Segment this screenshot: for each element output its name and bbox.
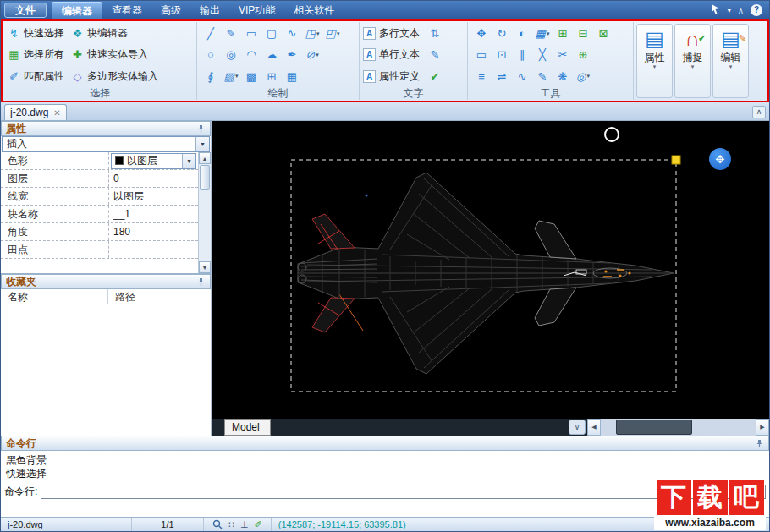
snap-big-button[interactable]: ∩✔ 捕捉 ▾	[674, 24, 711, 98]
collapse-canvas-button[interactable]: ∨	[569, 420, 586, 435]
move-icon[interactable]: ✥	[471, 25, 492, 43]
region-icon[interactable]: ◳▾	[302, 25, 322, 43]
favorites-panel-header[interactable]: 收藏夹	[1, 274, 211, 289]
chevron-down-icon[interactable]: ▾	[195, 137, 209, 151]
color-combobox[interactable]: 以图层 ▾	[111, 153, 196, 169]
menu-tab-editor[interactable]: 编辑器	[52, 2, 102, 19]
edit-polyline-icon[interactable]: ∿	[512, 67, 532, 85]
block-insert-icon[interactable]: ⊞	[553, 25, 573, 43]
quick-select-button[interactable]: ↯快速选择	[8, 24, 64, 44]
properties-panel-header[interactable]: 属性	[1, 121, 211, 136]
help-button[interactable]: ?	[751, 4, 762, 16]
menu-file-button[interactable]: 文件	[4, 3, 47, 18]
wipeout-icon[interactable]: ◰▾	[322, 25, 343, 43]
property-scrollbar[interactable]: ▲ ▼	[198, 152, 211, 273]
spline-icon[interactable]: ∮	[201, 67, 221, 85]
polyline-icon[interactable]: ∿	[282, 25, 302, 43]
favorites-list[interactable]	[1, 304, 211, 436]
arc-icon[interactable]: ◠	[241, 46, 261, 64]
scroll-down-icon[interactable]: ▼	[199, 261, 211, 273]
edit-entity-icon[interactable]: ✎	[532, 67, 553, 85]
menu-tab-related[interactable]: 相关软件	[284, 2, 344, 19]
scroll-right-icon[interactable]: ▶	[756, 419, 769, 436]
properties-big-button[interactable]: ▤ 属性 ▾	[636, 24, 673, 98]
drawing-canvas[interactable]: ✥	[212, 121, 769, 419]
match-properties-button[interactable]: ✐匹配属性	[8, 66, 64, 86]
scrollbar-thumb[interactable]	[200, 165, 210, 190]
trim-icon[interactable]: ╳	[532, 46, 553, 64]
menu-tab-output[interactable]: 输出	[190, 2, 229, 19]
ellipse-icon[interactable]: ⊘▾	[302, 46, 322, 64]
stretch-icon[interactable]: ▭	[471, 46, 492, 64]
pan-tool-fab[interactable]: ✥	[709, 148, 731, 170]
edit-text-icon[interactable]: ✎	[425, 46, 445, 64]
paste-icon[interactable]: ⊕	[573, 46, 593, 64]
select-all-button[interactable]: ▦选择所有	[8, 45, 64, 65]
favorites-column-name[interactable]: 名称	[1, 289, 108, 304]
mtext-button[interactable]: A多行文本	[363, 24, 420, 44]
pen-icon[interactable]: ✒	[282, 46, 302, 64]
property-value[interactable]: 以图层	[109, 189, 198, 204]
command-panel-header[interactable]: 命令行	[1, 436, 769, 451]
block-editor-button[interactable]: ❖块编辑器	[71, 24, 158, 44]
rotate-icon[interactable]: ↻	[492, 25, 512, 43]
favorites-column-path[interactable]: 路径	[108, 289, 135, 304]
rectangle-icon[interactable]: ▭	[241, 25, 261, 43]
text-align-icon[interactable]: ⇅	[425, 25, 445, 43]
single-text-button[interactable]: A单行文本	[363, 45, 420, 65]
scrollbar-thumb[interactable]	[616, 420, 692, 435]
gradient-icon[interactable]: ▩	[241, 67, 261, 85]
mirror-icon[interactable]: ◐	[512, 25, 532, 43]
scrollbar-track[interactable]	[199, 191, 211, 261]
pin-icon[interactable]	[196, 124, 206, 134]
grid-icon[interactable]: ▦	[282, 67, 302, 85]
sketch-icon[interactable]: ✎	[221, 25, 241, 43]
grid-toggle-icon[interactable]: ∷	[228, 519, 234, 530]
chevron-down-icon[interactable]: ▾	[691, 63, 695, 71]
scroll-up-icon[interactable]: ▲	[199, 152, 211, 164]
ortho-toggle-icon[interactable]: ⊥	[240, 519, 249, 530]
pointer-tool-icon[interactable]	[710, 3, 721, 17]
menu-tab-vip[interactable]: VIP功能	[229, 2, 284, 19]
copy-icon[interactable]: ⊡	[492, 46, 512, 64]
chevron-down-icon[interactable]: ▾	[653, 63, 657, 71]
menu-tab-viewer[interactable]: 查看器	[102, 2, 151, 19]
align-icon[interactable]: ⇌	[492, 67, 512, 85]
hatch-icon[interactable]: ▨▾	[221, 67, 241, 85]
attribute-define-button[interactable]: A属性定义	[363, 66, 420, 86]
revision-cloud-icon[interactable]: ☁	[261, 46, 282, 64]
draw-mode-icon[interactable]: ✐	[255, 519, 262, 530]
cut-icon[interactable]: ✂	[553, 46, 573, 64]
insert-selector[interactable]: 插入 ▾	[2, 136, 210, 152]
chevron-down-icon[interactable]: ▾	[728, 7, 731, 14]
edit-big-button[interactable]: ▤✎ 编辑 ▾	[712, 24, 749, 98]
chevron-down-icon[interactable]: ▾	[182, 154, 195, 168]
document-tab[interactable]: j-20.dwg ✕	[4, 104, 67, 120]
property-value[interactable]: 180	[109, 226, 198, 238]
offset-icon[interactable]: ∥	[512, 46, 532, 64]
close-icon[interactable]: ✕	[53, 108, 60, 118]
zoom-icon[interactable]	[212, 519, 223, 529]
scrollbar-track[interactable]	[601, 419, 756, 436]
pin-icon[interactable]	[196, 277, 206, 287]
chevron-down-icon[interactable]: ▾	[729, 63, 733, 71]
donut-icon[interactable]: ◎	[221, 46, 241, 64]
spell-check-icon[interactable]: ✔	[425, 67, 445, 85]
collapse-panel-button[interactable]: ∧	[752, 106, 766, 118]
pin-icon[interactable]	[755, 439, 764, 448]
model-tab[interactable]: Model	[224, 419, 271, 436]
horizontal-scrollbar[interactable]: ◀ ▶	[587, 419, 769, 436]
line-icon[interactable]: ╱	[201, 25, 221, 43]
grip-handle[interactable]	[672, 156, 680, 164]
rounded-rectangle-icon[interactable]: ▢	[261, 25, 282, 43]
table-icon[interactable]: ⊞	[261, 67, 282, 85]
collapse-ribbon-icon[interactable]: ∧	[738, 6, 744, 15]
polygon-entity-input-button[interactable]: ◇多边形实体输入	[71, 66, 158, 86]
array-icon[interactable]: ▦▾	[532, 25, 553, 43]
copy-block-icon[interactable]: ⊠	[593, 25, 613, 43]
property-value[interactable]: __1	[109, 208, 198, 220]
scroll-left-icon[interactable]: ◀	[587, 419, 601, 436]
quick-entity-import-button[interactable]: ✚快速实体导入	[71, 45, 158, 65]
property-value[interactable]: 0	[109, 173, 198, 184]
explode-icon[interactable]: ❋	[553, 67, 573, 85]
